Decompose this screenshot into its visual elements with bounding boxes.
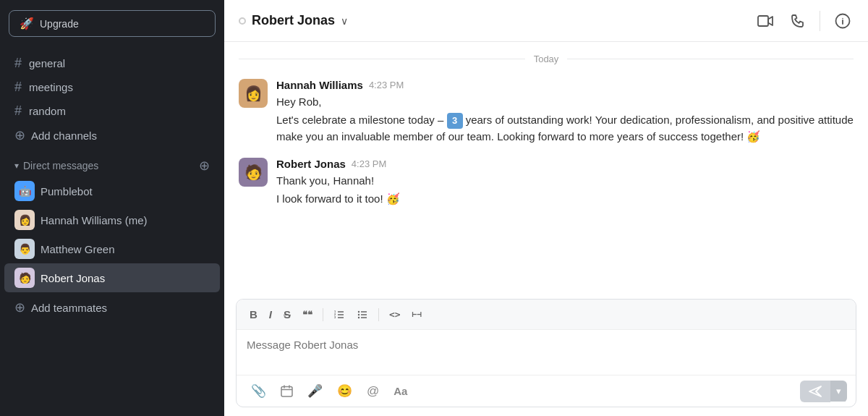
upgrade-button[interactable]: 🚀 Upgrade [9, 10, 216, 37]
dm-item-pumblebot[interactable]: 🤖 Pumblebot [4, 177, 220, 205]
phone-call-button[interactable] [788, 11, 808, 31]
composer-bottom: 📎 🎤 😊 @ Aa ▾ [237, 375, 856, 407]
avatar: 🧑 [14, 268, 35, 288]
message-text: Hey Rob, Let's celebrate a milestone tod… [276, 94, 854, 145]
date-divider: Today [239, 54, 854, 64]
channels-section: # general # meetings # random ⊕ Add chan… [0, 51, 224, 148]
microphone-button[interactable]: 🎤 [302, 380, 328, 402]
svg-rect-0 [758, 16, 768, 26]
add-channels-button[interactable]: ⊕ Add channels [4, 123, 220, 148]
avatar: 👨 [14, 239, 35, 259]
header-divider [820, 11, 820, 31]
info-button[interactable] [832, 10, 854, 32]
rocket-icon: 🚀 [20, 17, 34, 30]
message-author: Robert Jonas [276, 158, 346, 170]
code-button[interactable]: <> [385, 306, 405, 323]
svg-text:3: 3 [334, 315, 336, 319]
dm-section-label: Direct messages [23, 160, 98, 171]
channel-name: meetings [29, 81, 73, 93]
composer-toolbar: B I S ❝❝ 123 <> ⊢⊣ [237, 300, 856, 330]
chat-contact-name: Robert Jonas [252, 13, 335, 28]
chat-header: Robert Jonas ∨ [224, 0, 868, 42]
add-teammates-button[interactable]: ⊕ Add teammates [4, 295, 220, 320]
hash-icon: # [14, 80, 22, 95]
message-row: 👩 Hannah Williams 4:23 PM Hey Rob, Let's… [239, 79, 854, 146]
channel-item-meetings[interactable]: # meetings [4, 75, 220, 99]
blockquote-button[interactable]: ❝❝ [298, 306, 317, 323]
message-time: 4:23 PM [352, 158, 386, 169]
calendar-button[interactable] [275, 381, 299, 401]
message-row: 🧑 Robert Jonas 4:23 PM Thank you, Hannah… [239, 158, 854, 208]
svg-rect-16 [281, 387, 292, 397]
svg-point-15 [358, 316, 359, 318]
plus-icon[interactable]: ⊕ [199, 158, 210, 174]
dm-name: Pumblebot [41, 185, 93, 198]
status-dot [239, 17, 246, 25]
channel-name: random [29, 105, 66, 117]
header-actions [754, 10, 854, 32]
channel-name: general [29, 57, 65, 69]
toolbar-separator [378, 308, 379, 321]
header-left: Robert Jonas ∨ [239, 13, 348, 28]
strikethrough-button[interactable]: S [279, 305, 295, 323]
send-button[interactable] [800, 381, 830, 402]
main-chat-area: Robert Jonas ∨ [224, 0, 868, 416]
channel-item-general[interactable]: # general [4, 51, 220, 75]
dm-item-robert[interactable]: 🧑 Robert Jonas [4, 263, 220, 292]
code-block-button[interactable]: ⊢⊣ [408, 307, 426, 322]
message-content: Hannah Williams 4:23 PM Hey Rob, Let's c… [276, 79, 854, 146]
toolbar-separator [323, 308, 323, 321]
message-author: Hannah Williams [276, 79, 363, 91]
upgrade-label: Upgrade [40, 18, 79, 30]
svg-point-3 [842, 17, 843, 19]
message-time: 4:23 PM [369, 80, 404, 90]
add-teammates-label: Add teammates [31, 302, 107, 314]
svg-point-14 [358, 313, 359, 315]
avatar: 🧑 [239, 158, 268, 187]
direct-messages-section: ▾ Direct messages ⊕ 🤖 Pumblebot 👩 Hannah… [0, 150, 224, 292]
messages-area: Today 👩 Hannah Williams 4:23 PM Hey Rob,… [224, 42, 868, 299]
send-options-button[interactable]: ▾ [830, 381, 847, 402]
sidebar: 🚀 Upgrade # general # meetings # random … [0, 0, 224, 416]
bold-button[interactable]: B [245, 305, 262, 323]
mention-button[interactable]: @ [361, 381, 385, 402]
message-header: Robert Jonas 4:23 PM [276, 158, 854, 170]
message-text: Thank you, Hannah! I look forward to it … [276, 173, 854, 207]
add-channels-label: Add channels [31, 130, 97, 142]
emoji-button[interactable]: 😊 [331, 380, 358, 402]
message-header: Hannah Williams 4:23 PM [276, 79, 854, 91]
hash-icon: # [14, 56, 22, 71]
plus-circle-icon: ⊕ [14, 300, 25, 315]
hash-icon: # [14, 103, 22, 119]
avatar: 🤖 [14, 181, 35, 201]
avatar: 👩 [239, 79, 268, 108]
format-button[interactable]: Aa [388, 381, 413, 401]
video-call-button[interactable] [754, 12, 776, 30]
ordered-list-button[interactable]: 123 [329, 307, 349, 323]
avatar: 👩 [14, 210, 35, 230]
dm-section-header[interactable]: ▾ Direct messages ⊕ [4, 150, 220, 177]
message-composer: B I S ❝❝ 123 <> ⊢⊣ 📎 🎤 😊 @ Aa [236, 299, 856, 407]
message-content: Robert Jonas 4:23 PM Thank you, Hannah! … [276, 158, 854, 208]
dm-item-hannah[interactable]: 👩 Hannah Williams (me) [4, 205, 220, 234]
dm-name: Hannah Williams (me) [41, 214, 148, 226]
dm-name: Robert Jonas [41, 272, 105, 284]
italic-button[interactable]: I [265, 305, 276, 323]
chevron-down-icon[interactable]: ∨ [341, 15, 348, 27]
number-badge: 3 [447, 113, 463, 129]
unordered-list-button[interactable] [352, 307, 373, 323]
dm-name: Matthew Green [41, 243, 115, 255]
dm-item-matthew[interactable]: 👨 Matthew Green [4, 234, 220, 263]
channel-item-random[interactable]: # random [4, 99, 220, 123]
chevron-down-icon: ▾ [14, 161, 19, 171]
send-button-group: ▾ [800, 381, 847, 402]
plus-circle-icon: ⊕ [14, 127, 25, 143]
message-input[interactable] [237, 330, 856, 372]
date-label: Today [534, 54, 559, 64]
svg-point-13 [358, 310, 359, 312]
attach-file-button[interactable]: 📎 [245, 380, 272, 402]
